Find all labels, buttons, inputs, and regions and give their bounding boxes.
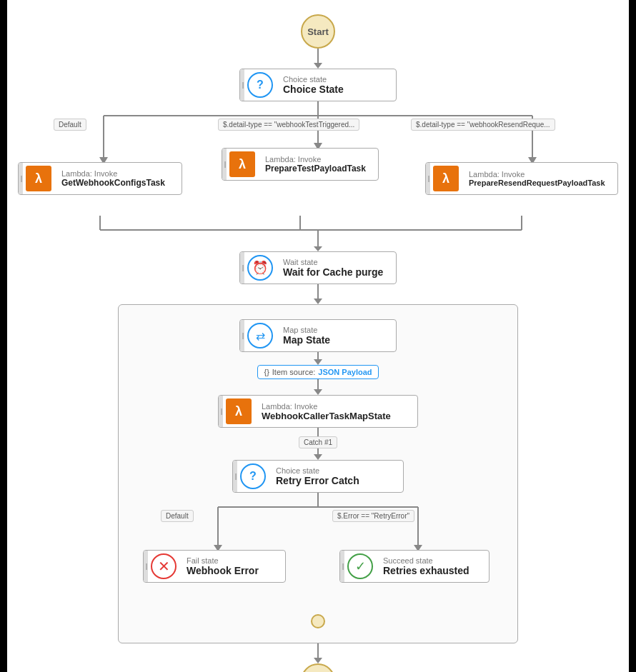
catch-label: Catch #1 <box>299 436 337 448</box>
catch-section: Catch #1 <box>133 428 503 460</box>
diagram-container: Start ? Choice state Choice State <box>7 0 629 672</box>
wait-icon: ⏰ <box>247 255 273 281</box>
left-lambda-icon-area: λ <box>23 163 54 194</box>
connector-line-il <box>317 379 319 389</box>
connector-arrow-mi <box>314 359 322 365</box>
map-lambda-icon: λ <box>226 398 252 424</box>
connector-arrow-wm <box>314 299 322 304</box>
right-lambda-name: PrepareResendRequestPayloadTask <box>469 179 605 187</box>
choice-state-box[interactable]: ? Choice state Choice State <box>239 69 397 101</box>
map-icon-area: ⇄ <box>244 320 276 351</box>
center-lambda-box[interactable]: λ Lambda: Invoke PrepareTestPayloadTask <box>222 148 379 181</box>
connector-line-me <box>317 643 319 658</box>
fail-succeed-section: Default $.Error == "RetryError" ✕ Fail s… <box>139 493 497 614</box>
default-tag: Default <box>161 510 194 522</box>
wait-state-type: Wait state <box>283 258 383 266</box>
connector-map-item <box>314 352 322 365</box>
succeed-icon: ✓ <box>347 553 373 579</box>
branches-section: Default $.detail-type == "webhookTestTri… <box>11 101 625 216</box>
map-lambda-icon-area: λ <box>223 396 254 427</box>
left-lambda-icon: λ <box>26 166 51 191</box>
right-lambda-icon-area: λ <box>430 163 462 194</box>
item-source-key: Item source: <box>272 368 316 376</box>
right-lambda-box[interactable]: λ Lambda: Invoke PrepareResendRequestPay… <box>425 162 618 195</box>
branch-right-label: $.detail-type == "webhookResendReque... <box>411 117 555 130</box>
center-branch-node[interactable]: λ Lambda: Invoke PrepareTestPayloadTask <box>222 148 379 181</box>
merge-section <box>11 216 625 251</box>
choice-state-name: Choice State <box>283 84 344 95</box>
branch-left-tag: Default <box>54 119 86 131</box>
center-lambda-name: PrepareTestPayloadTask <box>265 164 366 174</box>
wait-icon-area: ⏰ <box>244 252 276 284</box>
map-lambda-box[interactable]: λ Lambda: Invoke WebhookCallerTaskMapSta… <box>218 395 418 428</box>
left-lambda-box[interactable]: λ Lambda: Invoke GetWebhookConfigsTask <box>18 162 182 195</box>
branch-right-tag: $.detail-type == "webhookResendReque... <box>411 119 555 131</box>
retry-choice-icon-area: ? <box>237 461 269 492</box>
center-lambda-text: Lambda: Invoke PrepareTestPayloadTask <box>258 149 373 180</box>
connector-wait-map <box>314 284 322 304</box>
map-container: ⇄ Map state Map State {} Item source: JS… <box>118 304 518 643</box>
item-source-value: JSON Payload <box>318 368 372 376</box>
left-branch-node[interactable]: λ Lambda: Invoke GetWebhookConfigsTask <box>18 162 182 195</box>
fail-icon: ✕ <box>151 553 177 579</box>
item-source-badge: {} Item source: JSON Payload <box>257 365 378 379</box>
svg-marker-13 <box>314 246 322 251</box>
map-lambda-type: Lambda: Invoke <box>262 402 391 411</box>
connector-line-wm <box>317 284 319 299</box>
center-lambda-icon-area: λ <box>227 149 258 180</box>
fail-box[interactable]: ✕ Fail state Webhook Error <box>143 550 286 583</box>
connector-arrow-il <box>314 389 322 395</box>
left-lambda-text: Lambda: Invoke GetWebhookConfigsTask <box>54 163 172 194</box>
map-icon: ⇄ <box>247 323 273 348</box>
succeed-box[interactable]: ✓ Succeed state Retries exhausted <box>339 550 490 583</box>
wait-state-box[interactable]: ⏰ Wait state Wait for Cache purge <box>239 251 397 284</box>
catch-arrow <box>314 454 322 460</box>
fail-icon-area: ✕ <box>148 551 179 582</box>
map-state-text: Map state Map State <box>276 320 337 351</box>
retry-choice-text: Choice state Retry Error Catch <box>269 461 367 492</box>
fail-state[interactable]: ✕ Fail state Webhook Error <box>143 550 286 583</box>
map-state-type: Map state <box>283 326 330 334</box>
wait-state-text: Wait state Wait for Cache purge <box>276 252 390 284</box>
left-lambda-name: GetWebhookConfigsTask <box>61 178 165 188</box>
center-lambda-type: Lambda: Invoke <box>265 155 366 164</box>
left-lambda-type: Lambda: Invoke <box>61 169 165 178</box>
start-label: Start <box>307 26 329 37</box>
center-lambda-icon: λ <box>229 151 255 177</box>
fail-text: Fail state Webhook Error <box>179 551 266 582</box>
succeed-text: Succeed state Retries exhausted <box>376 551 477 582</box>
map-lambda-name: WebhookCallerTaskMapState <box>262 411 391 421</box>
branch-center-tag: $.detail-type == "webhookTestTriggered..… <box>218 119 359 131</box>
succeed-name: Retries exhausted <box>383 565 469 576</box>
catch-line2 <box>317 448 319 454</box>
merge-svg <box>11 216 625 251</box>
connector-start-choice <box>314 49 322 69</box>
start-node: Start <box>301 14 335 49</box>
branch-center-label: $.detail-type == "webhookTestTriggered..… <box>218 117 359 130</box>
connector-line-mi <box>317 352 319 359</box>
default-label: Default <box>161 508 194 521</box>
right-branch-node[interactable]: λ Lambda: Invoke PrepareResendRequestPay… <box>425 162 618 195</box>
map-merge <box>311 614 325 628</box>
succeed-state[interactable]: ✓ Succeed state Retries exhausted <box>339 550 490 583</box>
retry-tag: $.Error == "RetryError" <box>332 510 414 522</box>
branch-left-label: Default <box>54 117 86 130</box>
choice-state-text: Choice state Choice State <box>276 69 351 101</box>
item-source-label: {} <box>264 368 269 376</box>
map-lambda-text: Lambda: Invoke WebhookCallerTaskMapState <box>254 396 398 427</box>
right-lambda-icon: λ <box>433 166 459 191</box>
connector-arrow <box>314 63 322 69</box>
retry-choice-name: Retry Error Catch <box>276 475 359 486</box>
retry-choice-icon: ? <box>240 463 266 489</box>
right-lambda-text: Lambda: Invoke PrepareResendRequestPaylo… <box>462 163 612 194</box>
connector-map-end <box>314 643 322 663</box>
end-node: End <box>301 663 335 672</box>
choice-icon: ? <box>247 72 273 98</box>
map-state-box[interactable]: ⇄ Map state Map State <box>239 319 397 352</box>
succeed-icon-area: ✓ <box>344 551 376 582</box>
succeed-type: Succeed state <box>383 556 469 565</box>
retry-choice-box[interactable]: ? Choice state Retry Error Catch <box>232 460 404 493</box>
connector-item-lambda <box>314 379 322 395</box>
retry-label: $.Error == "RetryError" <box>332 508 414 521</box>
connector-arrow-me <box>314 658 322 663</box>
